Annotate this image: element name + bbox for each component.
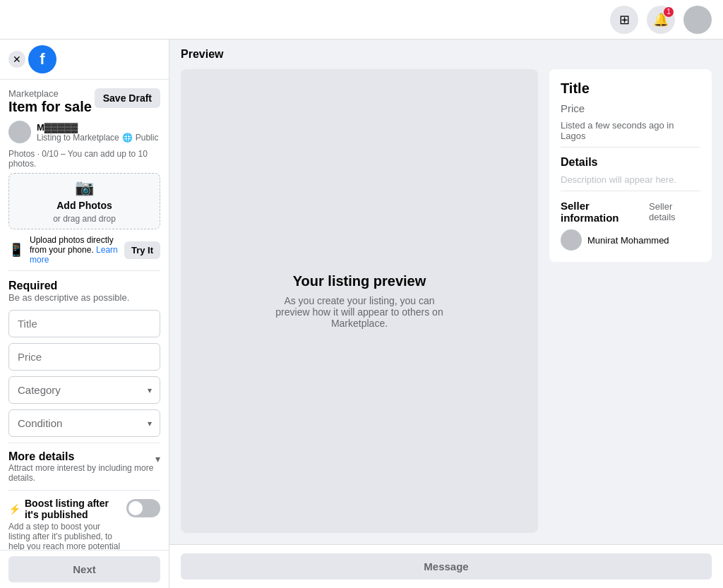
preview-details-label: Details [561,156,700,169]
preview-price: Price [561,102,700,114]
more-details-toggle[interactable]: More details Attract more interest by in… [8,443,160,490]
preview-placeholder-title: Your listing preview [293,273,426,289]
grid-icon: ⊞ [619,12,630,28]
right-panel: Preview Your listing preview As you crea… [169,40,723,588]
left-header: Marketplace Item for sale Save Draft [0,80,169,115]
more-details-section: More details Attract more interest by in… [8,443,160,490]
left-top-icons: ✕ f [0,40,169,80]
preview-image-area: Your listing preview As you create your … [181,69,538,533]
preview-seller-info-label: Seller information [561,200,649,224]
preview-seller-avatar [561,229,582,251]
drag-drop-text: or drag and drop [53,214,116,224]
boost-icon: ⚡ [8,503,20,515]
price-input[interactable] [8,343,160,371]
close-button[interactable]: ✕ [8,51,25,68]
notification-badge: 1 [664,7,674,17]
bell-button[interactable]: 🔔 1 [647,6,675,34]
preview-seller-name: Munirat Mohammed [587,235,669,246]
scroll-area: Photos · 0/10 – You can add up to 10 pho… [0,149,169,550]
camera-icon: 📷 [75,179,94,197]
message-button[interactable]: Message [181,553,712,580]
phone-upload-row: 📱 Upload photos directly from your phone… [8,229,160,271]
grid-button[interactable]: ⊞ [610,6,638,34]
globe-icon: 🌐 [122,133,133,143]
visibility-label: Public [136,133,159,143]
preview-listed: Listed a few seconds ago in Lagos [561,120,700,141]
preview-desc-placeholder: Description will appear here. [561,174,700,185]
preview-placeholder-desc: As you create your listing, you can prev… [268,295,451,329]
boost-toggle-knob [129,501,143,515]
listing-to-text: Listing to Marketplace [37,133,119,143]
photos-label: Photos · 0/10 – You can add up to 10 pho… [8,149,160,169]
user-info: M▓▓▓▓▓ Listing to Marketplace 🌐 Public [0,115,169,149]
marketplace-label: Marketplace [8,88,92,99]
required-label: Required [8,280,160,292]
boost-toggle[interactable] [126,499,160,517]
left-panel: ✕ f Marketplace Item for sale Save Draft… [0,40,169,588]
preview-seller-details-link[interactable]: Seller details [649,201,700,222]
divider-2 [561,191,700,191]
condition-select[interactable]: Condition [8,409,160,437]
more-details-title: More details [8,450,155,463]
category-select[interactable]: Category [8,376,160,404]
save-draft-button[interactable]: Save Draft [95,88,160,108]
boost-toggle-track [126,499,160,517]
boost-section: ⚡ Boost listing after it's published Add… [8,490,160,550]
boost-label-desc: Add a step to boost your listing after i… [8,522,121,550]
preview-title: Title [561,80,700,97]
user-name: M▓▓▓▓▓ [37,122,158,133]
next-button[interactable]: Next [8,556,160,582]
more-details-chevron-icon: ▾ [155,453,160,464]
condition-select-wrap: Condition ▾ [8,409,160,437]
add-photos-text: Add Photos [56,200,112,211]
preview-header: Preview [169,40,723,69]
phone-icon: 📱 [8,242,24,258]
top-nav: ⊞ 🔔 1 [0,0,723,40]
photo-upload-box[interactable]: 📷 Add Photos or drag and drop [8,173,160,229]
avatar-button[interactable] [683,6,712,34]
category-select-wrap: Category ▾ [8,376,160,404]
preview-details-card: Title Price Listed a few seconds ago in … [549,69,712,262]
facebook-logo: f [28,45,56,73]
divider-1 [561,147,700,148]
preview-seller-info: Munirat Mohammed [561,229,700,251]
phone-upload-text: Upload photos directly from your phone. … [30,235,119,265]
item-sale-title: Item for sale [8,99,92,115]
avatar [8,121,31,143]
preview-seller-row: Seller information Seller details [561,200,700,224]
boost-label-title: ⚡ Boost listing after it's published [8,498,121,520]
preview-content: Your listing preview As you create your … [169,69,723,544]
title-input[interactable] [8,310,160,337]
try-it-button[interactable]: Try It [124,241,160,259]
required-section: Required Be as descriptive as possible. [8,280,160,303]
preview-footer: Message [169,544,723,588]
required-desc: Be as descriptive as possible. [8,292,160,303]
more-details-desc: Attract more interest by including more … [8,463,155,483]
left-footer: Next [0,550,169,588]
user-listing: Listing to Marketplace 🌐 Public [37,133,158,143]
